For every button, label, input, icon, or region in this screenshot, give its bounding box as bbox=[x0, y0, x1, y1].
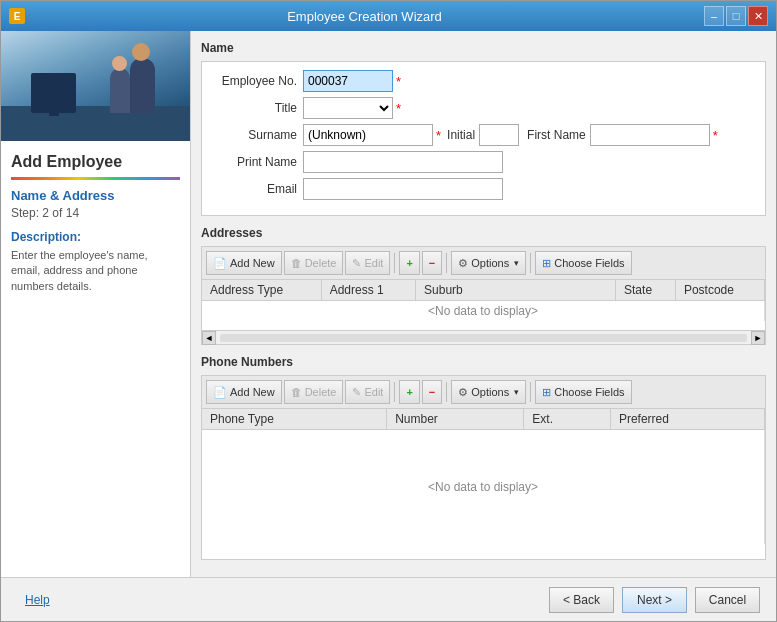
scroll-right-icon[interactable]: ► bbox=[751, 331, 765, 345]
phone-table-container: Phone Type Number Ext. Preferred <No dat… bbox=[201, 408, 766, 560]
minimize-button[interactable]: – bbox=[704, 6, 724, 26]
right-panel: Name Employee No. * Title Mr Mrs Ms bbox=[191, 31, 776, 577]
add-new-phone-icon: 📄 bbox=[213, 386, 227, 399]
email-input[interactable] bbox=[303, 178, 503, 200]
header-image bbox=[1, 31, 190, 141]
col-suburb: Suburb bbox=[416, 280, 616, 301]
addresses-toolbar: 📄 Add New 🗑 Delete ✎ Edit + − bbox=[201, 246, 766, 279]
col-postcode: Postcode bbox=[675, 280, 764, 301]
col-preferred: Preferred bbox=[610, 409, 764, 430]
edit-icon: ✎ bbox=[352, 257, 361, 270]
addresses-minus-button[interactable]: − bbox=[422, 251, 442, 275]
addresses-add-new-button[interactable]: 📄 Add New bbox=[206, 251, 282, 275]
delete-icon: 🗑 bbox=[291, 257, 302, 269]
employee-no-row: Employee No. * bbox=[212, 70, 755, 92]
addresses-table-container: Address Type Address 1 Suburb State Post… bbox=[201, 279, 766, 345]
phone-sep-1 bbox=[394, 382, 395, 402]
addresses-section-label: Addresses bbox=[201, 226, 766, 240]
plus-icon: + bbox=[406, 257, 412, 269]
printname-input[interactable] bbox=[303, 151, 503, 173]
addresses-no-data: <No data to display> bbox=[202, 301, 765, 322]
back-button[interactable]: < Back bbox=[549, 587, 614, 613]
firstname-label: First Name bbox=[527, 128, 586, 142]
initial-label: Initial bbox=[447, 128, 475, 142]
maximize-button[interactable]: □ bbox=[726, 6, 746, 26]
close-button[interactable]: ✕ bbox=[748, 6, 768, 26]
left-panel: Add Employee Name & Address Step: 2 of 1… bbox=[1, 31, 191, 577]
footer-bar: Help < Back Next > Cancel bbox=[1, 577, 776, 621]
addresses-scrollbar[interactable]: ◄ ► bbox=[202, 330, 765, 344]
employee-no-label: Employee No. bbox=[212, 74, 297, 88]
left-info: Add Employee Name & Address Step: 2 of 1… bbox=[1, 141, 190, 577]
phone-plus-button[interactable]: + bbox=[399, 380, 419, 404]
help-button[interactable]: Help bbox=[17, 593, 58, 607]
addresses-table: Address Type Address 1 Suburb State Post… bbox=[202, 280, 765, 321]
window-title: Employee Creation Wizard bbox=[25, 9, 704, 24]
firstname-input[interactable] bbox=[590, 124, 710, 146]
phone-section-label: Phone Numbers bbox=[201, 355, 766, 369]
phone-edit-button[interactable]: ✎ Edit bbox=[345, 380, 390, 404]
name-form: Employee No. * Title Mr Mrs Ms Dr Prof bbox=[201, 61, 766, 216]
window-controls: – □ ✕ bbox=[704, 6, 768, 26]
firstname-required: * bbox=[713, 128, 718, 143]
phone-minus-button[interactable]: − bbox=[422, 380, 442, 404]
addresses-plus-button[interactable]: + bbox=[399, 251, 419, 275]
phone-sep-2 bbox=[446, 382, 447, 402]
surname-input[interactable] bbox=[303, 124, 433, 146]
surname-row: Surname * Initial First Name * bbox=[212, 124, 755, 146]
title-bar: E Employee Creation Wizard – □ ✕ bbox=[1, 1, 776, 31]
add-new-icon: 📄 bbox=[213, 257, 227, 270]
scroll-left-icon[interactable]: ◄ bbox=[202, 331, 216, 345]
phone-grid-icon: ⊞ bbox=[542, 386, 551, 399]
addresses-delete-button[interactable]: 🗑 Delete bbox=[284, 251, 344, 275]
addresses-options-button[interactable]: ⚙ Options ▾ bbox=[451, 251, 526, 275]
content-area: Add Employee Name & Address Step: 2 of 1… bbox=[1, 31, 776, 577]
phone-toolbar: 📄 Add New 🗑 Delete ✎ Edit + − bbox=[201, 375, 766, 408]
dropdown-arrow-icon: ▾ bbox=[514, 258, 519, 268]
col-state: State bbox=[616, 280, 676, 301]
phone-choose-fields-button[interactable]: ⊞ Choose Fields bbox=[535, 380, 631, 404]
scroll-track[interactable] bbox=[220, 334, 747, 342]
left-panel-title: Add Employee bbox=[11, 153, 180, 171]
phone-gear-icon: ⚙ bbox=[458, 386, 468, 399]
next-button[interactable]: Next > bbox=[622, 587, 687, 613]
col-address1: Address 1 bbox=[321, 280, 415, 301]
email-label: Email bbox=[212, 182, 297, 196]
surname-required: * bbox=[436, 128, 441, 143]
phone-sep-3 bbox=[530, 382, 531, 402]
initial-input[interactable] bbox=[479, 124, 519, 146]
col-ext: Ext. bbox=[524, 409, 611, 430]
phone-options-button[interactable]: ⚙ Options ▾ bbox=[451, 380, 526, 404]
addresses-scroll-area: Address Type Address 1 Suburb State Post… bbox=[202, 280, 765, 330]
left-step-info: Step: 2 of 14 bbox=[11, 206, 180, 220]
surname-label: Surname bbox=[212, 128, 297, 142]
title-required: * bbox=[396, 101, 401, 116]
cancel-button[interactable]: Cancel bbox=[695, 587, 760, 613]
email-row: Email bbox=[212, 178, 755, 200]
minus-icon: − bbox=[429, 257, 435, 269]
col-number: Number bbox=[387, 409, 524, 430]
toolbar-sep-1 bbox=[394, 253, 395, 273]
toolbar-sep-3 bbox=[530, 253, 531, 273]
left-section-name: Name & Address bbox=[11, 188, 180, 203]
phone-dropdown-arrow-icon: ▾ bbox=[514, 387, 519, 397]
employee-no-input[interactable] bbox=[303, 70, 393, 92]
grid-icon: ⊞ bbox=[542, 257, 551, 270]
printname-row: Print Name bbox=[212, 151, 755, 173]
description-text: Enter the employee's name, email, addres… bbox=[11, 248, 180, 294]
title-select[interactable]: Mr Mrs Ms Dr Prof bbox=[303, 97, 393, 119]
phone-scroll-area: Phone Type Number Ext. Preferred <No dat… bbox=[202, 409, 765, 559]
col-address-type: Address Type bbox=[202, 280, 321, 301]
phone-add-new-button[interactable]: 📄 Add New bbox=[206, 380, 282, 404]
rainbow-divider bbox=[11, 177, 180, 180]
edit-phone-icon: ✎ bbox=[352, 386, 361, 399]
main-window: E Employee Creation Wizard – □ ✕ bbox=[0, 0, 777, 622]
addresses-choose-fields-button[interactable]: ⊞ Choose Fields bbox=[535, 251, 631, 275]
toolbar-sep-2 bbox=[446, 253, 447, 273]
description-label: Description: bbox=[11, 230, 180, 244]
col-phone-type: Phone Type bbox=[202, 409, 387, 430]
title-row: Title Mr Mrs Ms Dr Prof * bbox=[212, 97, 755, 119]
phone-delete-button[interactable]: 🗑 Delete bbox=[284, 380, 344, 404]
addresses-edit-button[interactable]: ✎ Edit bbox=[345, 251, 390, 275]
employee-no-required: * bbox=[396, 74, 401, 89]
